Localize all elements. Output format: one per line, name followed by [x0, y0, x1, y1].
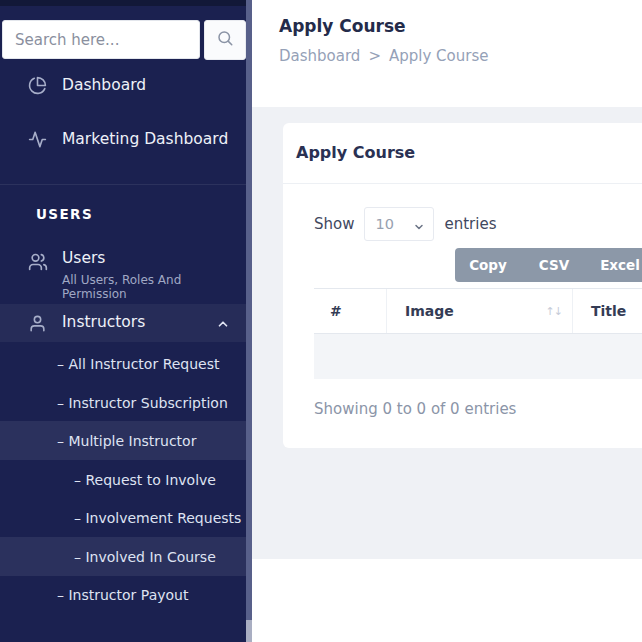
sidebar-subitem-request-to-involve[interactable]: – Request to Involve [0, 460, 246, 499]
column-label: Title [591, 303, 626, 319]
card-title: Apply Course [296, 143, 415, 162]
search-icon [216, 29, 234, 51]
table-info-text: Showing 0 to 0 of 0 entries [314, 400, 516, 418]
sidebar: Dashboard Marketing Dashboard USERS User… [0, 0, 246, 642]
search-button[interactable] [204, 20, 246, 60]
breadcrumb: Dashboard > Apply Course [279, 47, 488, 65]
csv-button[interactable]: CSV [521, 248, 587, 282]
table-header-row: # Image ↑↓ Title [314, 288, 642, 334]
page-title: Apply Course [279, 16, 406, 36]
sidebar-subitem-involvement-requests[interactable]: – Involvement Requests [0, 498, 246, 537]
sidebar-item-users[interactable]: Users All Users, Roles And Permission [0, 242, 246, 300]
sidebar-subitem-involved-in-course[interactable]: – Involved In Course [0, 537, 246, 576]
page-length-control: Show 10 entries [314, 207, 496, 241]
subitem-label: – Request to Involve [74, 472, 216, 488]
chevron-down-icon [413, 218, 425, 237]
user-icon [28, 313, 48, 333]
copy-button[interactable]: Copy [455, 248, 521, 282]
sidebar-item-dashboard[interactable]: Dashboard [0, 65, 246, 105]
sidebar-item-marketing-dashboard[interactable]: Marketing Dashboard [0, 119, 246, 159]
subitem-label: – Instructor Payout [57, 587, 188, 603]
chevron-up-icon [216, 316, 230, 335]
sidebar-top-strip [0, 0, 246, 6]
apply-course-card: Apply Course Show 10 entries [283, 123, 642, 448]
breadcrumb-dashboard[interactable]: Dashboard [279, 47, 360, 65]
subitem-label: – Involvement Requests [74, 510, 241, 526]
breadcrumb-current: Apply Course [389, 47, 489, 65]
search-input[interactable] [2, 20, 200, 59]
content-body: Apply Course Show 10 entries [252, 107, 642, 559]
sidebar-item-label: Instructors [62, 313, 145, 331]
sidebar-item-instructors[interactable]: Instructors [0, 304, 246, 342]
column-header-title[interactable]: Title [573, 289, 642, 333]
column-label: Image [405, 303, 454, 319]
sidebar-section-users: USERS [36, 206, 93, 222]
entries-label: entries [444, 215, 496, 233]
pie-chart-icon [28, 75, 48, 95]
activity-icon [28, 129, 48, 149]
sidebar-subitem-multiple-instructor[interactable]: – Multiple Instructor [0, 421, 246, 460]
admin-screen: Dashboard Marketing Dashboard USERS User… [0, 0, 642, 642]
sidebar-item-label: Dashboard [62, 76, 146, 94]
subitem-label: – Involved In Course [74, 549, 216, 565]
card-header: Apply Course [283, 123, 642, 184]
sidebar-subitem-all-instructor-request[interactable]: – All Instructor Request [0, 344, 246, 383]
sidebar-subitem-instructor-payout[interactable]: – Instructor Payout [0, 575, 246, 614]
show-label: Show [314, 215, 354, 233]
subitem-label: – Instructor Subscription [57, 395, 228, 411]
table-empty-row [314, 334, 642, 379]
sidebar-search [2, 20, 246, 60]
column-header-number: # [314, 289, 387, 333]
breadcrumb-separator: > [368, 47, 381, 65]
sidebar-divider [0, 184, 246, 185]
page-size-value: 10 [375, 216, 393, 232]
sidebar-item-subtitle: All Users, Roles And Permission [62, 273, 246, 301]
excel-button[interactable]: Excel [587, 248, 642, 282]
sidebar-item-label: Marketing Dashboard [62, 130, 228, 148]
page-header: Apply Course Dashboard > Apply Course [252, 0, 642, 107]
users-icon [28, 252, 48, 272]
sort-arrows-icon[interactable]: ↑↓ [546, 305, 562, 318]
main-content: Apply Course Dashboard > Apply Course Ap… [252, 0, 642, 642]
sidebar-subitem-instructor-subscription[interactable]: – Instructor Subscription [0, 383, 246, 422]
sidebar-item-label: Users [62, 249, 105, 267]
column-header-image[interactable]: Image ↑↓ [387, 289, 573, 333]
subitem-label: – Multiple Instructor [57, 433, 196, 449]
export-button-group: Copy CSV Excel [455, 248, 642, 282]
apply-course-table: # Image ↑↓ Title [314, 288, 642, 379]
page-size-select[interactable]: 10 [364, 207, 434, 241]
subitem-label: – All Instructor Request [57, 356, 220, 372]
